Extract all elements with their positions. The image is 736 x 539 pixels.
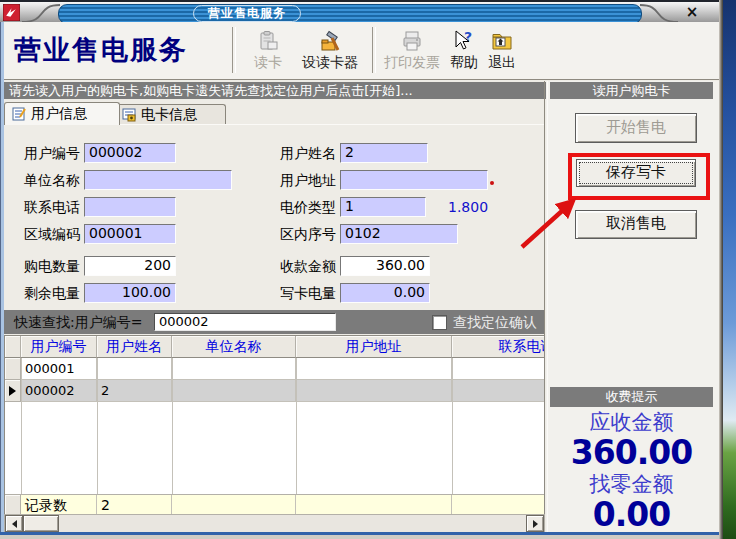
tab-user-info[interactable]: 用户信息 (4, 102, 120, 125)
horizontal-scrollbar[interactable] (4, 514, 545, 533)
col-phone[interactable]: 联系电话 (452, 336, 545, 358)
company-label: 单位名称 (8, 170, 80, 190)
col-address[interactable]: 用户地址 (296, 336, 452, 358)
user-name-field[interactable]: 2 (340, 143, 428, 163)
row-marker (5, 358, 21, 380)
grid-line (172, 358, 173, 494)
titlebar-swoosh (0, 2, 723, 24)
address-field[interactable] (340, 170, 488, 190)
cancel-sale-button[interactable]: 取消售电 (575, 210, 697, 239)
set-reader-label: 设读卡器 (302, 53, 358, 71)
tab-card-info[interactable]: 电卡信息 (114, 104, 226, 125)
cell-user-name: 2 (97, 380, 172, 402)
cell-address (296, 380, 452, 402)
close-button[interactable]: × (682, 4, 702, 22)
change-label: 找零金额 (547, 471, 716, 497)
card-info-icon (121, 107, 137, 123)
window-title: 营业售电服务 (193, 5, 301, 22)
table-header-row: 用户编号 用户姓名 单位名称 用户地址 联系电话 (5, 336, 545, 358)
phone-field[interactable] (84, 197, 176, 217)
app-logo-icon (3, 4, 20, 21)
tab-card-info-label: 电卡信息 (141, 106, 197, 124)
receivable-value: 360.00 (547, 435, 716, 471)
red-dot-annotation (490, 181, 494, 185)
serial-no-label: 区内序号 (278, 224, 336, 244)
cell-address (296, 358, 452, 380)
receivable-label: 应收金额 (547, 409, 716, 435)
start-sale-button[interactable]: 开始售电 (575, 113, 697, 143)
current-row-arrow-icon (9, 386, 16, 396)
region-code-field[interactable]: 000001 (84, 224, 176, 244)
price-type-field[interactable]: 1 (340, 197, 426, 217)
window-left-border (0, 22, 4, 533)
set-reader-button[interactable]: 设读卡器 (292, 29, 368, 75)
toolbar-separator (372, 27, 376, 73)
grid-line (452, 358, 453, 494)
card-power-field[interactable]: 0.00 (340, 283, 430, 303)
change-value: 0.00 (547, 497, 716, 533)
amount-label: 收款金额 (278, 256, 336, 276)
address-label: 用户地址 (278, 170, 336, 190)
record-count-label: 记录数 (21, 495, 97, 516)
user-table: 用户编号 用户姓名 单位名称 用户地址 联系电话 000001 000002 2 (4, 335, 545, 516)
help-button[interactable]: ? 帮助 (446, 29, 482, 75)
grid-line (97, 358, 98, 494)
prompt-bar: 请先读入用户的购电卡,如购电卡遗失请先查找定位用户后点击[开始]... (4, 82, 549, 99)
col-company[interactable]: 单位名称 (172, 336, 296, 358)
grid-line (296, 358, 297, 494)
cell-company (172, 380, 296, 402)
scrollbar-thumb[interactable] (23, 515, 59, 532)
region-code-label: 区域编码 (8, 224, 80, 244)
quick-search-input[interactable]: 000002 (154, 313, 336, 331)
serial-no-field[interactable]: 0102 (340, 224, 458, 244)
fee-panel: 应收金额 360.00 找零金额 0.00 (547, 409, 716, 533)
screen: 营业售电服务 × 营业售电服务 读卡 (0, 0, 736, 539)
printer-icon (400, 29, 424, 53)
app-window: 营业售电服务 × 营业售电服务 读卡 (0, 0, 723, 539)
col-user-name[interactable]: 用户姓名 (97, 336, 172, 358)
locate-confirm-checkbox[interactable] (432, 315, 447, 330)
tab-user-info-label: 用户信息 (31, 105, 87, 123)
purchase-qty-field[interactable]: 200 (84, 256, 176, 276)
cell-phone (452, 358, 545, 380)
read-card-button[interactable]: 读卡 (240, 29, 296, 75)
svg-text:?: ? (464, 29, 472, 45)
read-card-label: 读卡 (254, 53, 282, 71)
titlebar: 营业售电服务 × (0, 0, 723, 24)
cell-user-id: 000001 (21, 358, 97, 380)
remaining-power-field[interactable]: 100.00 (84, 283, 176, 303)
phone-label: 联系电话 (8, 197, 80, 217)
quick-search-label: 快速查找:用户编号= (14, 313, 142, 331)
footer-marker (5, 495, 21, 515)
table-row[interactable]: 000001 (5, 358, 545, 380)
exit-button[interactable]: 退出 (484, 29, 520, 75)
record-count-value: 2 (97, 495, 172, 516)
user-name-label: 用户姓名 (278, 143, 336, 163)
amount-field[interactable]: 360.00 (340, 256, 430, 276)
company-field[interactable] (84, 170, 232, 190)
row-marker-current (5, 380, 21, 402)
print-invoice-button[interactable]: 打印发票 (380, 29, 444, 75)
col-user-id[interactable]: 用户编号 (21, 336, 97, 358)
print-invoice-label: 打印发票 (384, 53, 440, 71)
card-power-label: 写卡电量 (278, 283, 336, 303)
arrow-annotation (505, 192, 590, 256)
help-cursor-icon: ? (452, 29, 476, 53)
tools-icon (318, 29, 342, 53)
card-reader-icon (256, 29, 280, 53)
footer-cell (172, 495, 296, 516)
price-type-label: 电价类型 (278, 197, 336, 217)
scroll-left-button[interactable] (5, 515, 23, 532)
purchase-qty-label: 购电数量 (8, 256, 80, 276)
footer-cell (452, 495, 545, 516)
save-write-card-button[interactable]: 保存写卡 (576, 159, 696, 187)
exit-label: 退出 (488, 53, 516, 71)
scroll-right-button[interactable] (526, 515, 544, 532)
cell-phone (452, 380, 545, 402)
table-row-selected[interactable]: 000002 2 (5, 380, 545, 402)
help-label: 帮助 (450, 53, 478, 71)
user-id-field[interactable]: 000002 (84, 143, 176, 163)
scroll-right-icon (533, 520, 538, 528)
exit-folder-icon (490, 29, 514, 53)
scroll-left-icon (12, 520, 17, 528)
